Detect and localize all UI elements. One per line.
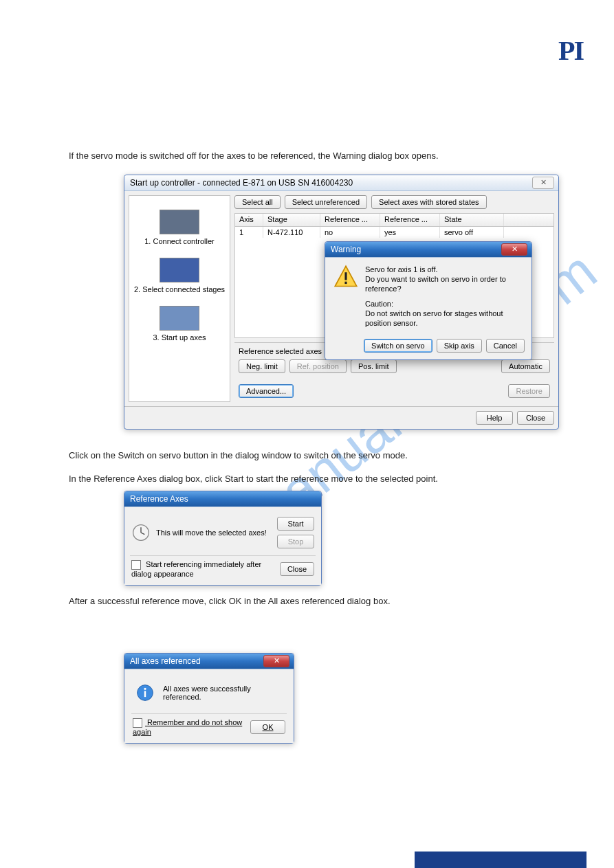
pi-logo: PI — [558, 34, 583, 67]
warn-line4: Do not switch on servo for stages withou… — [365, 309, 523, 328]
reference-title: Reference Axes — [130, 494, 188, 504]
close-icon[interactable]: ✕ — [263, 655, 289, 667]
allaxes-titlebar: All axes referenced ✕ — [124, 654, 294, 669]
svg-rect-0 — [344, 272, 347, 280]
select-unreferenced-button[interactable]: Select unreferenced — [285, 195, 367, 209]
warn-line2: Do you want to switch on servo in order … — [365, 274, 523, 293]
startup-titlebar: Start up controller - connected E-871 on… — [124, 175, 558, 191]
instruction-1: If the servo mode is switched off for th… — [69, 150, 516, 162]
skip-axis-button[interactable]: Skip axis — [437, 339, 482, 353]
warning-titlebar: Warning ✕ — [325, 242, 531, 258]
warn-line1: Servo for axis 1 is off. — [365, 265, 523, 274]
ref-position-button[interactable]: Ref. position — [289, 359, 347, 373]
start-button[interactable]: Start — [277, 517, 314, 531]
instruction-3: After a successful reference move, click… — [69, 595, 516, 608]
neg-limit-button[interactable]: Neg. limit — [239, 359, 285, 373]
warning-title: Warning — [331, 245, 361, 254]
switch-on-servo-button[interactable]: Switch on servo — [364, 339, 432, 353]
close-icon[interactable]: ✕ — [501, 243, 527, 256]
cell-ref2: yes — [380, 227, 440, 238]
start-immediately-label: Start referencing immediately after dial… — [131, 560, 261, 578]
step-stages[interactable]: 2. Select connected stages — [132, 258, 227, 293]
col-ref1[interactable]: Reference ... — [320, 214, 380, 226]
checkbox-icon — [131, 560, 141, 570]
table-row[interactable]: 1 N-472.110 no yes servo off — [235, 227, 553, 238]
step3-thumb-icon — [160, 306, 199, 331]
warning-icon — [333, 265, 358, 289]
footer-bar — [415, 852, 586, 868]
step2-thumb-icon — [160, 258, 199, 282]
warning-text: Servo for axis 1 is off. Do you want to … — [365, 265, 523, 328]
warn-line3: Caution: — [365, 299, 523, 309]
reference-message: This will move the selected axes! — [156, 528, 272, 537]
col-state[interactable]: State — [440, 214, 504, 226]
step-startup[interactable]: 3. Start up axes — [132, 306, 227, 342]
cell-axis: 1 — [235, 227, 263, 238]
close-button[interactable]: Close — [517, 411, 554, 425]
step3-label: 3. Start up axes — [153, 333, 206, 342]
reference-titlebar: Reference Axes — [124, 491, 321, 507]
close-icon[interactable]: ✕ — [532, 177, 554, 189]
startup-title: Start up controller - connected E-871 on… — [130, 178, 353, 188]
reference-axes-dialog: Reference Axes This will move the select… — [124, 491, 322, 586]
pos-limit-button[interactable]: Pos. limit — [351, 359, 397, 373]
allaxes-title: All axes referenced — [130, 656, 201, 666]
svg-rect-7 — [144, 691, 146, 697]
advanced-button[interactable]: Advanced... — [239, 384, 294, 398]
help-button[interactable]: Help — [476, 411, 513, 425]
stop-button[interactable]: Stop — [277, 535, 314, 548]
restore-button[interactable]: Restore — [508, 384, 550, 398]
col-stage[interactable]: Stage — [263, 214, 320, 226]
svg-point-8 — [144, 688, 146, 690]
cancel-button[interactable]: Cancel — [486, 339, 525, 353]
table-header: Axis Stage Reference ... Reference ... S… — [235, 214, 553, 227]
cell-stage: N-472.110 — [263, 227, 320, 238]
start-immediately-checkbox[interactable]: Start referencing immediately after dial… — [131, 560, 280, 578]
remember-label: Remember and do not show again — [133, 718, 242, 736]
axes-table: Axis Stage Reference ... Reference ... S… — [234, 213, 554, 338]
select-stored-button[interactable]: Select axes with stored states — [371, 195, 487, 209]
cell-state: servo off — [440, 227, 504, 238]
remember-checkbox[interactable]: Remember and do not show again — [133, 718, 250, 736]
close-button[interactable]: Close — [280, 562, 314, 576]
all-axes-referenced-dialog: All axes referenced ✕ All axes were succ… — [124, 653, 294, 744]
step2-label: 2. Select connected stages — [134, 285, 225, 293]
info-icon — [135, 683, 155, 702]
wizard-sidebar: 1. Connect controller 2. Select connecte… — [129, 195, 230, 402]
col-axis[interactable]: Axis — [235, 214, 263, 226]
cell-ref1: no — [320, 227, 380, 238]
checkbox-icon — [133, 718, 142, 728]
automatic-button[interactable]: Automatic — [501, 359, 550, 373]
step1-thumb-icon — [160, 210, 199, 234]
step1-label: 1. Connect controller — [144, 237, 215, 245]
allaxes-message: All axes were successfully referenced. — [163, 685, 285, 701]
col-ref2[interactable]: Reference ... — [380, 214, 440, 226]
page-footer — [38, 854, 43, 864]
svg-rect-1 — [344, 282, 347, 284]
instruction-2: In the Reference Axes dialog box, click … — [69, 473, 516, 485]
ok-button[interactable]: OK — [250, 720, 285, 734]
step-connect[interactable]: 1. Connect controller — [132, 210, 227, 245]
startup-window: Start up controller - connected E-871 on… — [124, 175, 559, 430]
warning-dialog: Warning ✕ Servo for axis 1 is off. Do yo… — [325, 241, 532, 360]
select-all-button[interactable]: Select all — [234, 195, 281, 209]
clock-icon — [131, 523, 151, 542]
instruction-4: Click on the Switch on servo button in t… — [69, 449, 516, 462]
